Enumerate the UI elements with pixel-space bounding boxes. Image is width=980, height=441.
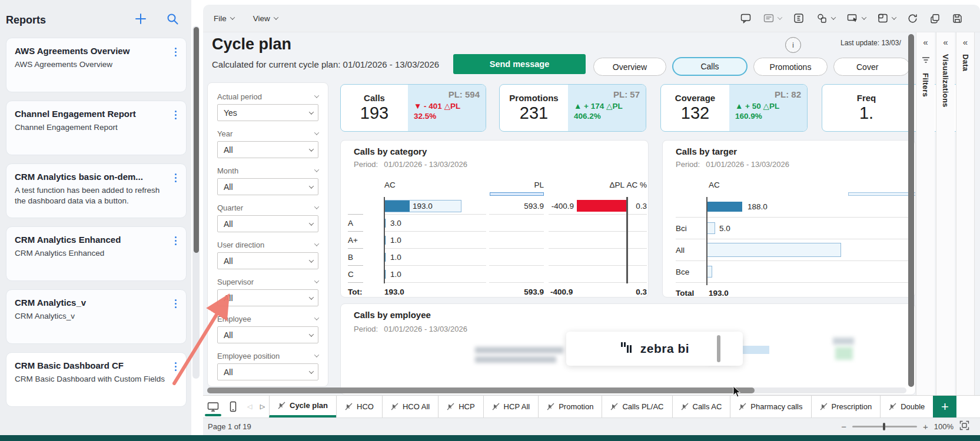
sidebar-scrollbar-thumb[interactable] [194, 27, 199, 253]
chevron-down-icon[interactable] [314, 278, 319, 283]
chevron-down-icon[interactable] [314, 130, 319, 135]
filters-pane[interactable]: « Filters [916, 32, 935, 395]
filter-dropdown[interactable]: All [217, 363, 318, 380]
mobile-view-button[interactable] [223, 396, 243, 417]
save-icon[interactable] [950, 11, 965, 26]
nav-button-promotions[interactable]: Promotions [753, 58, 828, 76]
kebab-menu-icon[interactable] [172, 109, 179, 121]
column-header-ac: AC [709, 181, 720, 189]
kebab-menu-icon[interactable] [172, 46, 179, 58]
new-visual-icon[interactable] [845, 11, 868, 26]
filter-funnel-icon [922, 55, 930, 66]
report-card[interactable]: AWS Agreements Overview AWS Agreements O… [6, 38, 187, 92]
search-icon[interactable] [165, 12, 180, 28]
report-card[interactable]: Channel Engagement Report Channel Engage… [6, 101, 187, 155]
tab-double[interactable]: Double [880, 396, 933, 417]
send-message-button[interactable]: Send message [453, 54, 586, 74]
horizontal-scrollbar-thumb[interactable] [207, 387, 755, 393]
smart-narrative-icon[interactable] [761, 11, 783, 26]
file-menu[interactable]: File [212, 12, 235, 25]
tab-pharmacy-calls[interactable]: Pharmacy calls [730, 396, 810, 417]
filter-dropdown[interactable]: All [217, 215, 318, 232]
chevron-down-icon[interactable] [314, 241, 319, 246]
page-layout-icon[interactable] [875, 11, 898, 26]
filter-dropdown[interactable]: Yes [217, 104, 318, 121]
tab-hcp[interactable]: HCP [438, 396, 483, 417]
popup-scrollbar[interactable] [717, 335, 720, 362]
filter-dropdown[interactable]: All [217, 141, 318, 158]
acpct-cell [627, 232, 647, 249]
chevron-down-icon [309, 258, 314, 262]
tab-prescription[interactable]: Prescription [811, 396, 881, 417]
shapes-icon[interactable] [814, 11, 837, 26]
filter-dropdown[interactable]: All [217, 178, 318, 195]
data-pane[interactable]: « Data [956, 32, 975, 395]
vertical-scrollbar-thumb[interactable] [908, 34, 914, 387]
expand-pane-icon[interactable]: « [943, 37, 948, 47]
expand-pane-icon[interactable]: « [923, 37, 928, 47]
report-desc: CRM Basic Dashboard with Custom Fields [15, 374, 167, 385]
tab-cycle-plan[interactable]: Cycle plan [269, 396, 336, 417]
tab-hco[interactable]: HCO [336, 396, 382, 417]
nav-button-coverage[interactable]: Cover [833, 58, 910, 76]
zoom-in-icon[interactable]: + [923, 422, 928, 432]
comment-icon[interactable] [738, 11, 753, 26]
info-icon[interactable]: i [785, 37, 801, 53]
filter-dropdown[interactable]: All [217, 289, 318, 306]
zoom-out-icon[interactable]: − [841, 422, 846, 432]
total-label: Tot: [348, 288, 362, 296]
zoom-slider-handle[interactable] [883, 423, 885, 430]
add-report-icon[interactable] [134, 12, 148, 28]
blurred-employee-name [475, 347, 563, 353]
zoom-slider[interactable] [852, 426, 917, 427]
report-card[interactable]: CRM Analytics Enhanced CRM Analytics Enh… [6, 226, 187, 281]
nav-button-calls[interactable]: Calls [672, 57, 748, 76]
report-card[interactable]: CRM Analytics_v CRM Analytics_v [6, 289, 187, 344]
expand-pane-icon[interactable]: « [963, 37, 968, 47]
mouse-cursor [732, 386, 742, 399]
ac-cell: 1.0 [384, 249, 486, 266]
report-title: AWS Agreements Overview [15, 46, 163, 56]
kebab-menu-icon[interactable] [172, 235, 179, 246]
copy-icon[interactable] [928, 11, 942, 26]
last-update-label: Last update: 13/03/ [841, 39, 909, 47]
desktop-view-button[interactable] [203, 396, 223, 417]
fit-to-page-icon[interactable] [959, 420, 969, 433]
filter-dropdown[interactable]: All [217, 326, 318, 343]
nav-button-overview[interactable]: Overview [593, 58, 666, 76]
report-card[interactable]: CRM Basic Dashboard CF CRM Basic Dashboa… [6, 352, 187, 407]
visualizations-pane[interactable]: « Visualizations [936, 32, 955, 395]
next-page-icon[interactable]: ▷ [256, 396, 269, 417]
tab-calls-ac[interactable]: Calls AC [672, 396, 730, 417]
kpi-label: Promotions [509, 93, 558, 103]
reports-sidebar: Reports AWS Agreements Overview AWS Agre… [0, 0, 191, 435]
add-page-button[interactable]: + [933, 396, 956, 417]
bookmark-navigator-icon[interactable] [791, 11, 806, 26]
tab-promotion[interactable]: Promotion [538, 396, 602, 417]
column-header-ac: AC [384, 181, 396, 189]
tab-hco-all[interactable]: HCO All [382, 396, 438, 417]
previous-page-icon[interactable]: ◁ [243, 396, 256, 417]
zoom-level: 100% [934, 422, 954, 431]
ac-value: 188.0 [748, 202, 768, 211]
kebab-menu-icon[interactable] [172, 361, 179, 372]
period-value: 01/01/2026 - 13/03/2026 [384, 325, 467, 333]
view-menu[interactable]: View [252, 12, 279, 25]
kpi-label: Calls [364, 93, 385, 103]
chevron-down-icon[interactable] [314, 204, 319, 209]
report-desc: A test function has been added to refres… [15, 185, 167, 206]
chevron-down-icon[interactable] [314, 93, 319, 98]
tab-hcp-all[interactable]: HCP All [483, 396, 539, 417]
ac-value: 193.0 [413, 202, 433, 211]
kebab-menu-icon[interactable] [172, 172, 179, 183]
refresh-icon[interactable] [905, 11, 920, 26]
report-card[interactable]: CRM Analytics basic on-dem... A test fun… [6, 163, 187, 218]
tab-calls-pl-ac[interactable]: Calls PL/AC [602, 396, 672, 417]
filter-dropdown[interactable]: All [217, 252, 318, 269]
active-device-underline [205, 414, 221, 416]
chevron-down-icon[interactable] [314, 167, 319, 172]
status-bar: Page 1 of 19 − + 100% [203, 417, 980, 435]
chevron-down-icon[interactable] [314, 315, 319, 320]
chevron-down-icon[interactable] [314, 352, 319, 357]
kebab-menu-icon[interactable] [172, 298, 179, 309]
